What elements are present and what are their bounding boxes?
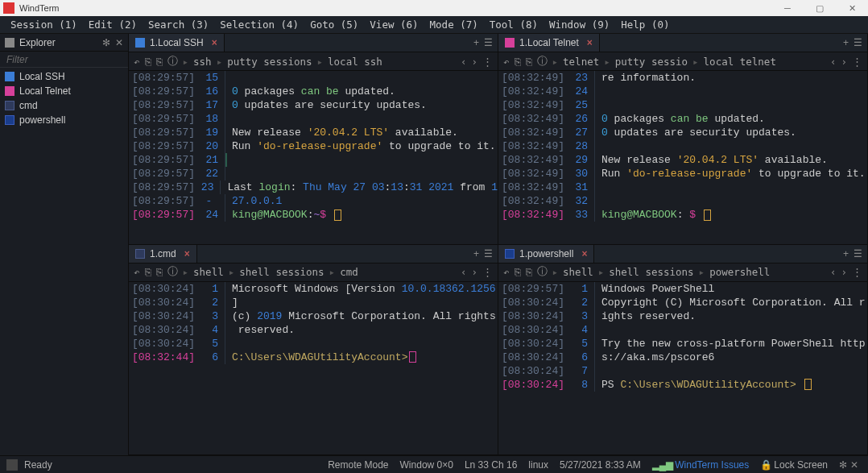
menu-help[interactable]: Help (0) (615, 19, 675, 31)
status-window[interactable]: Window 0×0 (400, 459, 453, 471)
more-icon[interactable]: ⋮ (852, 266, 862, 278)
terminal[interactable]: [08:29:57]15[08:29:57]160 packages can b… (129, 71, 498, 244)
sidebar-item-powershell[interactable]: powershell (0, 113, 128, 127)
close-icon[interactable]: × (184, 248, 190, 259)
tab[interactable]: 1.Local SSH× (129, 34, 225, 52)
statusbar: Ready Remote Mode Window 0×0 Ln 33 Ch 16… (0, 455, 868, 473)
nav-icon[interactable]: ↶ (134, 266, 140, 278)
maximize-button[interactable]: ▢ (804, 0, 836, 16)
terminal-line: [08:32:49]24 (498, 85, 867, 98)
menu-view[interactable]: View (6) (364, 19, 424, 31)
close-icon[interactable]: ✕ (115, 37, 123, 48)
sidebar-item-local-telnet[interactable]: Local Telnet (0, 84, 128, 98)
more-icon[interactable]: ‹ (830, 266, 837, 278)
line-number: 15 (196, 71, 225, 85)
more-icon[interactable]: › (471, 56, 477, 68)
status-issues[interactable]: ▂▄▆WindTerm Issues (652, 459, 750, 471)
gear-icon[interactable]: ✻ (102, 37, 110, 48)
close-icon[interactable]: × (581, 248, 587, 259)
add-tab-button[interactable]: + (473, 37, 479, 48)
line-text: 0 updates are security updates. (232, 98, 427, 112)
menu-icon[interactable]: ☰ (484, 248, 493, 259)
nav-icon[interactable]: ⎘ (145, 266, 151, 278)
status-remote[interactable]: Remote Mode (328, 459, 388, 471)
more-icon[interactable]: ⋮ (482, 56, 493, 68)
sidebar-item-label: Local Telnet (19, 85, 71, 97)
add-tab-button[interactable]: + (843, 37, 849, 48)
more-icon[interactable]: › (841, 56, 847, 68)
info-icon[interactable]: ⓘ (537, 55, 548, 68)
menu-session[interactable]: Session (1) (5, 19, 83, 31)
nav-icon[interactable]: ⎘ (526, 56, 532, 68)
menu-tool[interactable]: Tool (8) (484, 19, 544, 31)
nav-icon[interactable]: ↶ (503, 56, 510, 68)
nav-icon[interactable]: ⎘ (156, 266, 163, 278)
breadcrumb-item[interactable]: putty sessions (227, 56, 312, 68)
nav-icon[interactable]: ⎘ (526, 266, 532, 278)
breadcrumb-item[interactable]: telnet (563, 56, 599, 68)
breadcrumb-item[interactable]: shell (563, 266, 593, 278)
status-lock[interactable]: 🔒Lock Screen (760, 459, 828, 471)
settings-icon[interactable]: ✻ (839, 459, 847, 471)
status-linecol[interactable]: Ln 33 Ch 16 (465, 459, 517, 471)
nav-icon[interactable]: ⎘ (145, 56, 151, 68)
more-icon[interactable]: ‹ (461, 266, 467, 278)
menu-icon[interactable]: ☰ (854, 248, 862, 259)
nav-icon[interactable]: ⎘ (156, 56, 163, 68)
menu-icon[interactable]: ☰ (484, 37, 493, 48)
more-icon[interactable]: › (841, 266, 847, 278)
breadcrumb-item[interactable]: cmd (340, 266, 358, 278)
breadcrumb-item[interactable]: local telnet (704, 56, 776, 68)
breadcrumb-item[interactable]: shell sessions (609, 266, 693, 278)
terminal[interactable]: [08:32:49]23re information.[08:32:49]24[… (498, 71, 867, 244)
info-icon[interactable]: ⓘ (167, 55, 178, 68)
more-icon[interactable]: ⋮ (852, 56, 862, 68)
breadcrumb-item[interactable]: local ssh (328, 56, 382, 68)
add-tab-button[interactable]: + (473, 248, 479, 259)
breadcrumb-item[interactable]: shell sessions (239, 266, 324, 278)
tab-icon (135, 249, 145, 259)
line-number: 30 (566, 167, 595, 180)
menu-mode[interactable]: Mode (7) (424, 19, 484, 31)
menu-selection[interactable]: Selection (4) (214, 19, 304, 31)
tab[interactable]: 1.cmd× (129, 245, 197, 263)
timestamp: [08:30:24] (129, 296, 196, 309)
add-tab-button[interactable]: + (843, 248, 849, 259)
more-icon[interactable]: ‹ (461, 56, 467, 68)
terminal[interactable]: [08:30:24]1Microsoft Windows [Version 10… (129, 282, 498, 455)
menu-search[interactable]: Search (3) (143, 19, 214, 31)
info-icon[interactable]: ⓘ (537, 265, 548, 279)
breadcrumb-item[interactable]: powershell (709, 266, 770, 278)
line-number: 8 (566, 378, 595, 392)
filter-input[interactable]: Filter (0, 52, 128, 68)
more-icon[interactable]: › (471, 266, 477, 278)
sidebar-item-cmd[interactable]: cmd (0, 98, 128, 113)
nav-icon[interactable]: ⎘ (515, 56, 521, 68)
sidebar-item-local-ssh[interactable]: Local SSH (0, 69, 128, 84)
breadcrumb-item[interactable]: putty sessio (615, 56, 688, 68)
tab[interactable]: 1.powershell× (498, 245, 594, 263)
nav-icon[interactable]: ↶ (134, 56, 140, 68)
breadcrumb-item[interactable]: shell (193, 266, 224, 278)
nav-icon[interactable]: ⎘ (515, 266, 521, 278)
info-icon[interactable]: ⓘ (167, 265, 178, 279)
collapse-icon[interactable]: ✕ (850, 459, 858, 471)
tab[interactable]: 1.Local Telnet× (498, 34, 600, 52)
minimize-button[interactable]: ─ (771, 0, 804, 16)
pane-telnet: 1.Local Telnet×+☰↶⎘⎘ⓘ▸telnet▸putty sessi… (498, 34, 868, 245)
more-icon[interactable]: ⋮ (482, 266, 493, 278)
menu-window[interactable]: Window (9) (544, 19, 615, 31)
menu-edit[interactable]: Edit (2) (83, 19, 143, 31)
status-os[interactable]: linux (528, 459, 548, 471)
close-icon[interactable]: × (587, 37, 593, 48)
breadcrumb-item[interactable]: ssh (193, 56, 212, 68)
menu-goto[interactable]: Goto (5) (304, 19, 364, 31)
menu-icon[interactable]: ☰ (854, 37, 862, 48)
close-button[interactable]: ✕ (836, 0, 868, 16)
explorer-title: Explorer (19, 37, 102, 48)
nav-icon[interactable]: ↶ (503, 266, 510, 278)
more-icon[interactable]: ‹ (830, 56, 837, 68)
terminal[interactable]: [08:29:57]1Windows PowerShell[08:30:24]2… (498, 282, 867, 455)
timestamp: [08:30:24] (129, 323, 196, 337)
close-icon[interactable]: × (212, 37, 217, 48)
